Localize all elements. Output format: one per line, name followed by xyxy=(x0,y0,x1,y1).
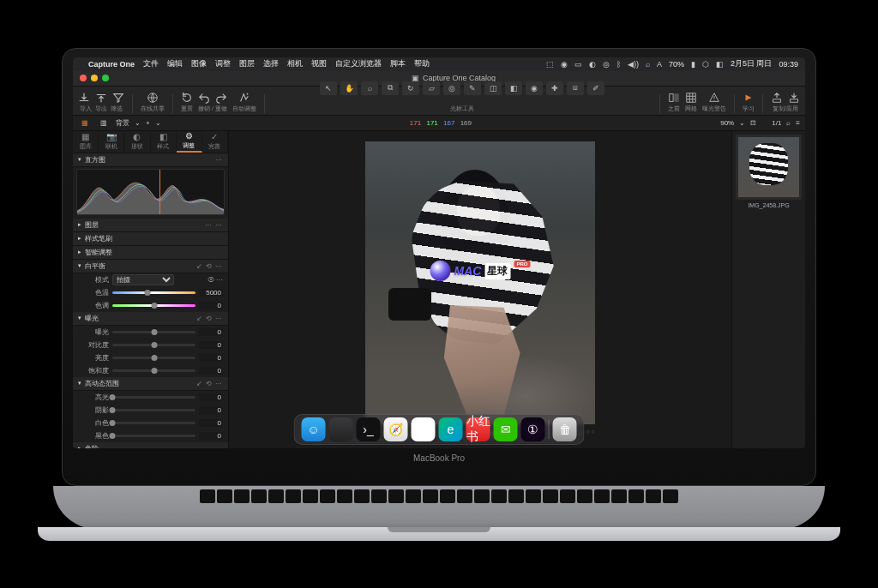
filter-icon[interactable] xyxy=(112,92,124,104)
bk-slider[interactable] xyxy=(112,435,195,437)
close-button[interactable] xyxy=(80,75,87,81)
cursor-rotate[interactable]: ↻ xyxy=(402,81,419,95)
tab-tether[interactable]: 📷联机 xyxy=(99,131,124,153)
tray-icon[interactable]: ⬚ xyxy=(546,60,554,69)
cursor-erase[interactable]: ◫ xyxy=(484,81,502,95)
menu-layer[interactable]: 图层 xyxy=(239,58,255,69)
exp-val[interactable]: 0 xyxy=(199,328,223,336)
camera-icon[interactable]: ◉ xyxy=(561,60,568,69)
cursor-hand[interactable]: ✋ xyxy=(340,81,358,95)
dock-wechat[interactable]: ✉ xyxy=(494,417,518,441)
bluetooth-icon[interactable]: ᛒ xyxy=(616,60,621,69)
tab-adjust[interactable]: ⚙调整 xyxy=(177,131,202,153)
wechat-tray-icon[interactable]: ◐ xyxy=(589,60,596,69)
dock-edge[interactable]: e xyxy=(439,417,463,441)
view-multi-icon[interactable]: ▥ xyxy=(97,117,111,129)
section-histogram[interactable]: ▾直方图⋯ xyxy=(73,153,228,167)
section-style-brush[interactable]: ▸样式笔刷 xyxy=(73,232,228,246)
apply-icon[interactable] xyxy=(788,92,800,104)
wb-tint-slider[interactable] xyxy=(112,304,195,307)
tab-shape[interactable]: ◐形状 xyxy=(124,131,150,153)
cursor-radial[interactable]: ◉ xyxy=(526,81,543,95)
wh-val[interactable]: 0 xyxy=(199,419,223,427)
exp-slider[interactable] xyxy=(112,331,195,333)
menu-camera[interactable]: 相机 xyxy=(287,58,303,69)
cursor-heal[interactable]: ✚ xyxy=(546,81,563,95)
hl-slider[interactable] xyxy=(112,396,195,399)
tab-library[interactable]: ▦图库 xyxy=(73,131,99,153)
section-exposure[interactable]: ▾曝光↙ ⟲ ⋯ xyxy=(73,312,228,326)
dock-safari[interactable]: 🧭 xyxy=(384,417,408,441)
volume-icon[interactable]: ◀︎)) xyxy=(628,60,639,69)
wifi-icon[interactable]: ⬡ xyxy=(702,60,709,69)
before-icon[interactable] xyxy=(668,92,680,104)
cursor-gradient[interactable]: ◧ xyxy=(505,81,522,95)
add-icon[interactable]: + xyxy=(146,119,150,127)
wb-mode-select[interactable]: 拍摄 xyxy=(112,274,174,285)
cursor-crop[interactable]: ⧉ xyxy=(382,81,399,95)
bright-slider[interactable] xyxy=(112,357,195,359)
menu-image[interactable]: 图像 xyxy=(191,58,207,69)
hl-val[interactable]: 0 xyxy=(199,393,223,401)
wb-temp-slider[interactable] xyxy=(112,291,195,294)
cursor-brush[interactable]: ✎ xyxy=(464,81,481,95)
tab-style[interactable]: ◧样式 xyxy=(151,131,177,153)
share-icon[interactable] xyxy=(147,92,159,104)
auto-adjust-icon[interactable] xyxy=(238,92,250,104)
search-icon[interactable]: ⌕ xyxy=(786,119,791,127)
dock-trash[interactable]: 🗑 xyxy=(553,417,577,441)
view-single-icon[interactable]: ▦ xyxy=(78,117,92,129)
menubar-time[interactable]: 09:39 xyxy=(779,60,798,69)
menu-file[interactable]: 文件 xyxy=(143,58,159,69)
sat-slider[interactable] xyxy=(112,369,195,372)
menu-select[interactable]: 选择 xyxy=(263,58,279,69)
battery-pct[interactable]: 70% xyxy=(669,60,684,69)
cursor-spot[interactable]: ◎ xyxy=(443,81,460,95)
tab-refine[interactable]: ✓完善 xyxy=(202,131,228,153)
import-icon[interactable] xyxy=(78,92,90,104)
contrast-slider[interactable] xyxy=(112,344,195,346)
sh-val[interactable]: 0 xyxy=(199,406,223,414)
fit-icon[interactable]: ⊡ xyxy=(750,119,756,127)
contrast-val[interactable]: 0 xyxy=(199,341,223,349)
battery-icon[interactable]: ▮ xyxy=(691,60,695,69)
minus-icon[interactable]: ⌄ xyxy=(155,119,161,127)
grid-icon[interactable] xyxy=(685,92,697,104)
app-name[interactable]: Capture One xyxy=(88,60,135,69)
wb-tint-value[interactable]: 0 xyxy=(199,302,223,309)
control-center-icon[interactable]: ◧ xyxy=(716,60,724,69)
menu-edit[interactable]: 编辑 xyxy=(167,58,183,69)
bk-val[interactable]: 0 xyxy=(199,432,223,440)
menu-adjust[interactable]: 调整 xyxy=(215,58,231,69)
section-layers[interactable]: ▸图层⋯ ⋯ xyxy=(73,219,228,232)
maximize-button[interactable] xyxy=(102,75,109,81)
sort-icon[interactable]: ≡ xyxy=(796,119,800,127)
menu-view[interactable]: 视图 xyxy=(311,58,327,69)
sh-slider[interactable] xyxy=(112,409,195,411)
dock-terminal[interactable]: ›_ xyxy=(357,417,381,441)
copy-icon[interactable] xyxy=(771,92,783,104)
display-icon[interactable]: ▭ xyxy=(574,60,582,69)
learn-icon[interactable] xyxy=(743,92,755,104)
dock-finder[interactable]: ☺ xyxy=(302,417,326,441)
cursor-zoom[interactable]: ⌕ xyxy=(361,81,378,95)
minimize-button[interactable] xyxy=(91,75,98,81)
section-white-balance[interactable]: ▾白平衡↙ ⟲ ⋯ xyxy=(73,260,228,273)
section-hdr[interactable]: ▾高动态范围↙ ⟲ ⋯ xyxy=(73,377,228,391)
thumbnail-card[interactable] xyxy=(736,135,802,200)
export-icon[interactable] xyxy=(95,92,107,104)
eye-icon[interactable]: ◎ xyxy=(603,60,610,69)
dock-chrome[interactable]: ◉ xyxy=(412,417,436,441)
zoom-value[interactable]: 90% xyxy=(720,119,734,127)
cursor-keystone[interactable]: ▱ xyxy=(423,81,440,95)
reset-icon[interactable] xyxy=(181,92,193,104)
menu-browser[interactable]: 自定义浏览器 xyxy=(335,58,382,69)
spotlight-icon[interactable]: ⌕ xyxy=(646,60,650,69)
wh-slider[interactable] xyxy=(112,422,195,424)
sat-val[interactable]: 0 xyxy=(199,367,223,375)
section-levels[interactable]: ▸色阶 xyxy=(73,442,228,448)
cursor-clone[interactable]: ⧇ xyxy=(567,81,584,95)
dock-xiaohongshu[interactable]: 小红书 xyxy=(466,417,490,441)
cursor-arrow[interactable]: ↖ xyxy=(320,81,337,95)
section-smart-adjust[interactable]: ▸智能调整 xyxy=(73,246,228,260)
